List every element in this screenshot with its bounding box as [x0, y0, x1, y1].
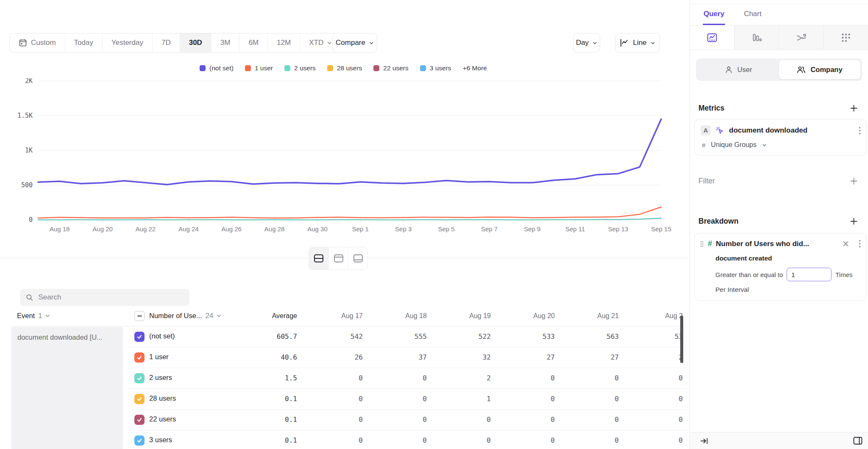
series-checkbox[interactable]	[134, 373, 145, 383]
range-button-yesterday[interactable]: Yesterday	[102, 33, 152, 52]
date-column-header: Aug 17	[306, 312, 370, 320]
metric-card[interactable]: A document downloaded # Unique Groups	[694, 119, 866, 155]
range-button-today[interactable]: Today	[65, 33, 102, 52]
drag-handle-icon[interactable]	[700, 241, 704, 247]
table-row: 2 users1.5002000	[0, 368, 690, 389]
cell-value: 522	[434, 333, 498, 341]
date-range-group: CustomTodayYesterday7D30D3M6M12MXTD	[9, 33, 341, 53]
metric-letter-badge: A	[701, 125, 711, 136]
tab-chart[interactable]: Chart	[744, 10, 762, 25]
chart-type-line-tab[interactable]	[690, 25, 734, 50]
row-values: 000000	[306, 436, 687, 444]
event-column-header[interactable]: Event 1	[17, 312, 50, 320]
series-checkbox[interactable]	[134, 394, 145, 404]
check-icon	[136, 438, 142, 443]
breakdown-menu-button[interactable]	[859, 240, 861, 248]
svg-text:Sep 1: Sep 1	[352, 225, 369, 233]
range-button-custom[interactable]: Custom	[10, 33, 65, 52]
range-label: Custom	[31, 39, 56, 47]
group-header-label: Number of Use...	[149, 312, 202, 320]
compare-button[interactable]: Compare	[332, 33, 377, 53]
split-layout-icon	[314, 254, 324, 263]
legend-label: (not set)	[209, 64, 234, 72]
range-button-12m[interactable]: 12M	[267, 33, 300, 52]
breakdown-section-header: Breakdown	[690, 217, 868, 226]
cell-value: 563	[562, 333, 626, 341]
cell-value: 2	[434, 374, 498, 382]
breakdown-condition-row: Greater than or equal to Times	[715, 268, 861, 281]
svg-text:1K: 1K	[25, 147, 33, 154]
tab-query[interactable]: Query	[704, 10, 724, 25]
grip-lines-icon	[700, 241, 704, 247]
table-row: 28 users0.1001000	[0, 389, 690, 410]
chevron-down-icon	[45, 313, 50, 318]
legend-item[interactable]: 28 users	[327, 64, 362, 72]
chevron-down-icon	[593, 41, 597, 45]
range-label: Today	[74, 39, 93, 47]
chart-type-flow-tab[interactable]	[779, 25, 824, 50]
remove-breakdown-button[interactable]	[843, 241, 849, 247]
plus-icon	[850, 104, 858, 112]
date-column-header: Aug 19	[434, 312, 498, 320]
numeric-property-icon: #	[708, 239, 712, 248]
table-scrollbar-thumb[interactable]	[680, 316, 683, 363]
users-icon	[797, 66, 806, 74]
bottom-strip-layout-icon	[353, 254, 363, 263]
cell-value: 542	[306, 333, 370, 341]
range-button-6m[interactable]: 6M	[239, 33, 267, 52]
series-checkbox[interactable]	[134, 435, 145, 446]
cell-value: 533	[498, 333, 562, 341]
cell-value: 32	[434, 353, 498, 361]
breakdown-card[interactable]: # Number of Users who did... document cr…	[694, 233, 866, 301]
date-column-header: Aug 21	[562, 312, 626, 320]
cell-value: 0	[370, 395, 434, 403]
layout-table-focus-button[interactable]	[348, 247, 367, 269]
group-column-header[interactable]: Number of Use... 24	[149, 312, 221, 320]
chart-type-bar-tab[interactable]	[734, 25, 779, 50]
interval-select[interactable]: Day	[573, 33, 600, 53]
chart-type-grid-tab[interactable]	[824, 25, 868, 50]
legend-more-button[interactable]: +6 More	[463, 64, 487, 72]
range-button-7d[interactable]: 7D	[152, 33, 180, 52]
user-icon	[725, 66, 733, 74]
legend-item[interactable]: 2 users	[284, 64, 316, 72]
series-checkbox[interactable]	[134, 332, 145, 342]
calendar-icon	[19, 39, 27, 47]
condition-value-input[interactable]	[787, 268, 832, 281]
toggle-user[interactable]: User	[698, 60, 779, 79]
search-input[interactable]	[39, 293, 184, 302]
line-chart[interactable]: 05001K1.5K2KAug 18Aug 20Aug 22Aug 24Aug …	[13, 78, 674, 236]
add-filter-button[interactable]	[850, 177, 858, 185]
legend-item[interactable]: 22 users	[373, 64, 408, 72]
metric-menu-button[interactable]	[859, 127, 861, 135]
select-all-checkbox[interactable]	[134, 311, 145, 321]
toggle-company[interactable]: Company	[779, 60, 860, 79]
svg-text:1.5K: 1.5K	[17, 112, 33, 119]
add-breakdown-button[interactable]	[850, 217, 858, 225]
average-value: 0.1	[237, 436, 297, 444]
legend-item[interactable]: (not set)	[200, 64, 234, 72]
layout-chart-focus-button[interactable]	[328, 247, 348, 269]
collapse-panel-button[interactable]	[700, 437, 709, 445]
chart-type-select[interactable]: Line	[615, 33, 660, 53]
range-label: 3M	[220, 39, 231, 47]
toggle-sidebar-button[interactable]	[853, 437, 862, 445]
cell-value: 0	[306, 416, 370, 424]
chevron-down-icon	[327, 41, 332, 45]
range-button-3m[interactable]: 3M	[211, 33, 239, 52]
plus-icon	[850, 217, 858, 225]
search-box[interactable]	[20, 289, 189, 306]
add-metric-button[interactable]	[850, 104, 858, 112]
series-checkbox[interactable]	[134, 415, 145, 425]
legend-item[interactable]: 1 user	[245, 64, 273, 72]
range-label: 12M	[277, 39, 291, 47]
metric-measure-select[interactable]: # Unique Groups	[701, 141, 861, 149]
cell-value: 0	[370, 416, 434, 424]
series-checkbox[interactable]	[134, 352, 145, 363]
svg-text:Aug 26: Aug 26	[221, 225, 242, 233]
range-button-30d[interactable]: 30D	[180, 33, 211, 52]
svg-text:Aug 30: Aug 30	[307, 225, 328, 233]
legend-item[interactable]: 3 users	[420, 64, 451, 72]
svg-text:500: 500	[21, 181, 33, 189]
layout-split-button[interactable]	[309, 247, 328, 269]
